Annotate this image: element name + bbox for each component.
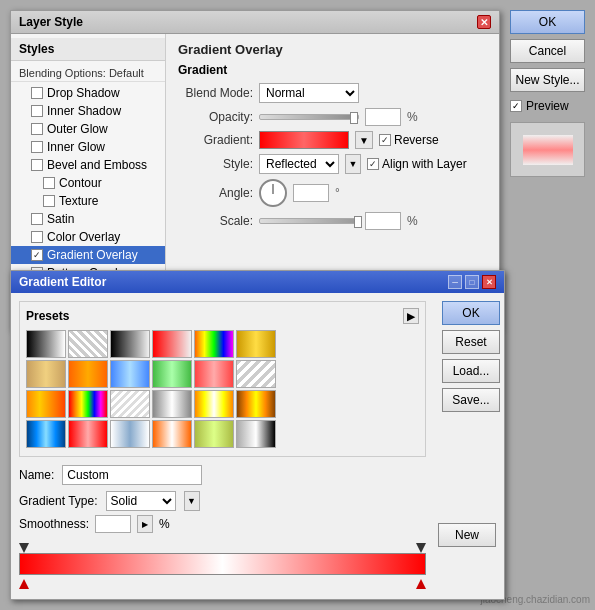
smoothness-unit: % [159,517,170,531]
ge-reset-button[interactable]: Reset [442,330,500,354]
sidebar-item-inner-shadow[interactable]: Inner Shadow [11,102,165,120]
close-button[interactable]: ✕ [482,275,496,289]
preset-swatch-10[interactable] [152,360,192,388]
opacity-input[interactable]: 100 [365,108,401,126]
satin-checkbox[interactable] [31,213,43,225]
preview-label-row: Preview [510,99,585,113]
opacity-unit: % [407,110,418,124]
color-stop-left[interactable] [19,579,29,589]
sidebar-item-inner-glow[interactable]: Inner Glow [11,138,165,156]
drop-shadow-checkbox[interactable] [31,87,43,99]
preset-swatch-24[interactable] [236,420,276,448]
gradient-bar-container [19,541,426,589]
preview-box [510,122,585,177]
sidebar-item-color-overlay[interactable]: Color Overlay [11,228,165,246]
preset-swatch-9[interactable] [110,360,150,388]
minimize-button[interactable]: ─ [448,275,462,289]
preset-swatch-17[interactable] [194,390,234,418]
preset-swatch-13[interactable] [26,390,66,418]
layer-style-titlebar: Layer Style ✕ [11,11,499,34]
titlebar-controls: ─ □ ✕ [448,275,496,289]
style-label: Style: [178,157,253,171]
preset-swatch-12[interactable] [236,360,276,388]
scale-input[interactable]: 150 [365,212,401,230]
presets-grid [26,330,419,450]
preset-swatch-20[interactable] [68,420,108,448]
preview-checkbox[interactable] [510,100,522,112]
new-style-button[interactable]: New Style... [510,68,585,92]
preset-swatch-22[interactable] [152,420,192,448]
opacity-slider[interactable] [259,114,359,120]
name-input[interactable] [62,465,202,485]
style-select[interactable]: Reflected [259,154,339,174]
angle-dial[interactable] [259,179,287,207]
sidebar-item-outer-glow[interactable]: Outer Glow [11,120,165,138]
gradient-type-dropdown-button[interactable]: ▼ [184,491,200,511]
preset-swatch-16[interactable] [152,390,192,418]
gradient-preview[interactable] [259,131,349,149]
maximize-button[interactable]: □ [465,275,479,289]
ge-new-button[interactable]: New [438,523,496,547]
preset-swatch-4[interactable] [152,330,192,358]
presets-section: Presets ▶ [19,301,426,457]
preset-swatch-14[interactable] [68,390,108,418]
bevel-emboss-checkbox[interactable] [31,159,43,171]
ge-ok-button[interactable]: OK [442,301,500,325]
color-stops-area [19,577,426,589]
scale-slider[interactable] [259,218,359,224]
ge-save-button[interactable]: Save... [442,388,500,412]
gradient-type-select[interactable]: Solid [106,491,176,511]
preset-swatch-21[interactable] [110,420,150,448]
style-dropdown-button[interactable]: ▼ [345,154,361,174]
reverse-checkbox[interactable] [379,134,391,146]
opacity-stop-left[interactable] [19,543,29,553]
gradient-dropdown-button[interactable]: ▼ [355,131,373,149]
cancel-button[interactable]: Cancel [510,39,585,63]
align-with-layer-checkbox[interactable] [367,158,379,170]
gradient-row: Gradient: ▼ Reverse [178,131,487,149]
preset-swatch-3[interactable] [110,330,150,358]
gradient-bar[interactable] [19,553,426,575]
inner-shadow-checkbox[interactable] [31,105,43,117]
texture-checkbox[interactable] [43,195,55,207]
ok-button[interactable]: OK [510,10,585,34]
smoothness-stepper[interactable]: ▶ [137,515,153,533]
smoothness-input[interactable]: 100 [95,515,131,533]
satin-label: Satin [47,212,74,226]
preset-swatch-7[interactable] [26,360,66,388]
preset-swatch-8[interactable] [68,360,108,388]
preset-swatch-23[interactable] [194,420,234,448]
inner-glow-checkbox[interactable] [31,141,43,153]
opacity-stop-right[interactable] [416,543,426,553]
contour-checkbox[interactable] [43,177,55,189]
ge-load-button[interactable]: Load... [442,359,500,383]
preset-swatch-2[interactable] [68,330,108,358]
preset-swatch-1[interactable] [26,330,66,358]
sidebar-item-satin[interactable]: Satin [11,210,165,228]
layer-style-close-button[interactable]: ✕ [477,15,491,29]
sidebar-item-gradient-overlay[interactable]: Gradient Overlay [11,246,165,264]
sidebar-item-drop-shadow[interactable]: Drop Shadow [11,84,165,102]
color-stop-right[interactable] [416,579,426,589]
smoothness-label: Smoothness: [19,517,89,531]
sidebar-item-bevel-emboss[interactable]: Bevel and Emboss [11,156,165,174]
texture-label: Texture [59,194,98,208]
preview-text: Preview [526,99,569,113]
preset-swatch-15[interactable] [110,390,150,418]
preset-swatch-11[interactable] [194,360,234,388]
align-with-layer-label: Align with Layer [367,157,467,171]
preset-swatch-5[interactable] [194,330,234,358]
gradient-overlay-checkbox[interactable] [31,249,43,261]
gradient-editor-main: Presets ▶ [11,293,434,597]
blend-mode-select[interactable]: Normal [259,83,359,103]
presets-expand-button[interactable]: ▶ [403,308,419,324]
outer-glow-checkbox[interactable] [31,123,43,135]
preset-swatch-6[interactable] [236,330,276,358]
preset-swatch-18[interactable] [236,390,276,418]
preset-swatch-19[interactable] [26,420,66,448]
sidebar-item-texture[interactable]: Texture [11,192,165,210]
sidebar-item-contour[interactable]: Contour [11,174,165,192]
color-overlay-checkbox[interactable] [31,231,43,243]
angle-input[interactable]: 90 [293,184,329,202]
opacity-label: Opacity: [178,110,253,124]
